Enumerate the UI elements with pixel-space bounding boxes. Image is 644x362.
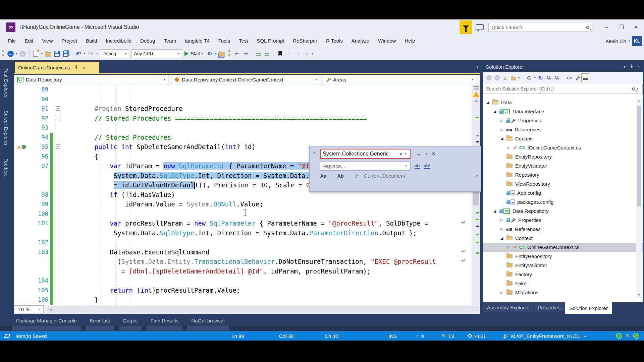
parameter-info-icon[interactable] — [263, 49, 272, 58]
menu-resharper[interactable]: ReSharper — [288, 35, 322, 47]
properties-icon[interactable] — [573, 73, 581, 82]
menu-test[interactable]: Test — [234, 35, 253, 47]
menu-build[interactable]: Build — [82, 35, 101, 47]
document-list-icon[interactable]: ▾ — [476, 65, 478, 69]
expand-arrow-icon[interactable]: ▷ — [507, 146, 514, 149]
navbar-combo-data-repository-context-onlinegamecontext[interactable]: Data.Repository.Context.OnlineGameContex… — [171, 75, 320, 84]
tree-item-onlinegamecontext-cs[interactable]: ▷✓C#OnlineGameContext.cs — [483, 243, 643, 252]
status-insert-mode[interactable]: INS — [388, 331, 397, 341]
list-members-icon[interactable] — [254, 49, 263, 58]
chevron-down-icon[interactable]: ▾ — [84, 52, 86, 55]
sync-with-active-document-icon[interactable] — [509, 73, 517, 82]
side-tab-toolbox[interactable]: Toolbox — [3, 154, 9, 181]
window-position-icon[interactable]: ▾ — [624, 64, 626, 69]
splitter-handle[interactable] — [474, 85, 479, 90]
edits-status-icon[interactable]: ✎ — [626, 333, 630, 339]
chevron-down-icon[interactable]: ▾ — [534, 76, 536, 79]
code-line-106[interactable]: 106} — [14, 295, 480, 305]
start-debug-button[interactable]: Start ▾ — [184, 51, 204, 56]
tree-item-context[interactable]: ◢Context — [483, 134, 643, 143]
chevron-down-icon[interactable]: ▾ — [96, 52, 98, 55]
pin-icon[interactable] — [74, 65, 78, 70]
restore-button[interactable]: ❐ — [614, 22, 628, 32]
editor-vertical-scrollbar[interactable] — [472, 85, 480, 305]
tree-item-repository[interactable]: Repository — [483, 170, 643, 179]
home-icon[interactable]: ⌂ — [501, 73, 509, 82]
chevron-down-icon[interactable]: ▾ — [405, 152, 407, 156]
expand-arrow-icon[interactable]: ▷ — [500, 227, 506, 231]
menu-window[interactable]: Window — [374, 35, 400, 47]
replace-next-button[interactable]: ab — [415, 163, 420, 169]
solution-platform-combo[interactable]: Any CPU▾ — [131, 49, 182, 58]
code-wrap-line[interactable]: = [dbo].[spDeleteGamerAndDetail] @Id", i… — [14, 266, 480, 276]
find-search-input[interactable] — [323, 151, 398, 157]
collapse-arrow-icon[interactable]: ◢ — [500, 136, 506, 141]
chevron-down-icon[interactable]: ▾ — [426, 152, 427, 156]
regex-toggle[interactable]: .* — [355, 173, 358, 179]
code-line-99[interactable]: 99idParam.Value = System.DBNull.Value; — [14, 199, 480, 209]
scrollbar-thumb[interactable] — [637, 106, 641, 206]
chevron-down-icon[interactable]: ▾ — [16, 52, 17, 55]
scroll-up-icon[interactable]: ▲ — [636, 99, 642, 102]
chevron-up-icon[interactable]: ▲ — [584, 334, 587, 338]
tool-tab-solution-explorer[interactable]: Solution Explorer — [565, 302, 611, 314]
side-tab-server-explorer[interactable]: Server Explorer — [3, 106, 9, 150]
quickfix-icon[interactable] — [17, 145, 21, 148]
collapse-arrow-icon[interactable]: ◢ — [493, 109, 499, 114]
code-line-105[interactable]: 105return (int)procResultParam.Value; — [14, 286, 480, 295]
editor-horizontal-scrollbar[interactable]: ◀ — [47, 306, 479, 313]
scroll-up-icon[interactable] — [474, 99, 478, 102]
solution-configuration-combo[interactable]: Debug▾ — [100, 49, 129, 58]
navigate-forward-button[interactable]: → — [18, 49, 27, 58]
code-editor[interactable]: 899091−#region StoredProcedure92−// Stor… — [14, 85, 480, 305]
toolbar-grip[interactable] — [2, 50, 4, 57]
code-line-90[interactable]: 90 — [14, 95, 480, 104]
pull-status-icon[interactable]: ↓ — [616, 333, 622, 339]
menu-edit[interactable]: Edit — [20, 35, 38, 47]
quick-launch-box[interactable] — [488, 23, 592, 32]
se-forward-icon[interactable]: › — [493, 73, 501, 82]
tree-item-packages-config[interactable]: packages.config — [483, 197, 643, 206]
tree-item-context[interactable]: ◢Context — [483, 234, 643, 243]
expand-arrow-icon[interactable]: ▷ — [500, 119, 506, 122]
show-all-files-icon[interactable]: ⧉ — [553, 73, 561, 82]
match-case-toggle[interactable]: Aa — [320, 173, 326, 179]
code-wrap-line[interactable]: System.Data.SqlDbType.Int, Direction = S… — [14, 228, 480, 238]
navigate-back-button[interactable]: ← — [6, 49, 15, 58]
expand-arrow-icon[interactable]: ▷ — [507, 245, 514, 249]
tree-item-data-repository[interactable]: ◢C#Data.Repository — [483, 206, 643, 216]
menu-sql-prompt[interactable]: SQL Prompt — [252, 35, 288, 47]
menu-analyze[interactable]: Analyze — [347, 35, 374, 47]
menu-help[interactable]: Help — [400, 35, 419, 47]
menu-project[interactable]: Project — [57, 35, 82, 47]
panel-tab-package-manager-console[interactable]: Package Manager Console — [12, 318, 81, 323]
close-tab-icon[interactable]: × — [83, 65, 86, 70]
quick-launch-input[interactable] — [491, 24, 586, 30]
tool-tab-properties[interactable]: Properties — [534, 302, 565, 312]
menu-file[interactable]: File — [3, 35, 20, 47]
code-line-91[interactable]: 91−#region StoredProcedure — [14, 104, 480, 114]
replace-input[interactable] — [322, 163, 404, 169]
menu-tangible-t4[interactable]: tangible T4 — [180, 35, 214, 47]
fold-toggle[interactable]: − — [56, 106, 60, 111]
document-tab[interactable]: OnlineGameContext.cs × — [15, 62, 99, 73]
collapse-arrow-icon[interactable]: ◢ — [493, 209, 499, 213]
code-line-102[interactable]: 102 — [14, 238, 480, 247]
chevron-down-icon[interactable]: ▾ — [41, 52, 43, 55]
step-into-icon[interactable]: ⇤ — [232, 49, 241, 58]
tree-item-migrations[interactable]: ▷Migrations — [483, 288, 643, 297]
preview-selected-items-icon[interactable]: ▬ — [581, 73, 589, 82]
code-line-94[interactable]: 94// Stored Procedures — [14, 133, 480, 142]
tree-item-properties[interactable]: ▷Properties — [483, 116, 643, 125]
refresh-button[interactable]: ↻ — [205, 49, 214, 58]
code-line-92[interactable]: 92−// Stored Procedures ================… — [14, 114, 480, 123]
code-wrap-line[interactable]: (System.Data.Entity.TransactionalBehavio… — [14, 257, 480, 266]
menu-r-tools[interactable]: R Tools — [322, 35, 347, 47]
tree-item-properties[interactable]: ▷Properties — [483, 216, 643, 225]
tree-item-entityrepository[interactable]: EntityRepository — [483, 152, 643, 161]
edit-count[interactable]: 13 — [448, 333, 454, 339]
chevron-down-icon[interactable]: ▾ — [472, 78, 473, 81]
tool-tab-assembly-explorer[interactable]: Assembly Explorer — [483, 302, 533, 312]
minimize-button[interactable]: – — [600, 22, 613, 32]
navbar-combo-data-repository[interactable]: C#Data.Repository▾ — [14, 75, 168, 84]
